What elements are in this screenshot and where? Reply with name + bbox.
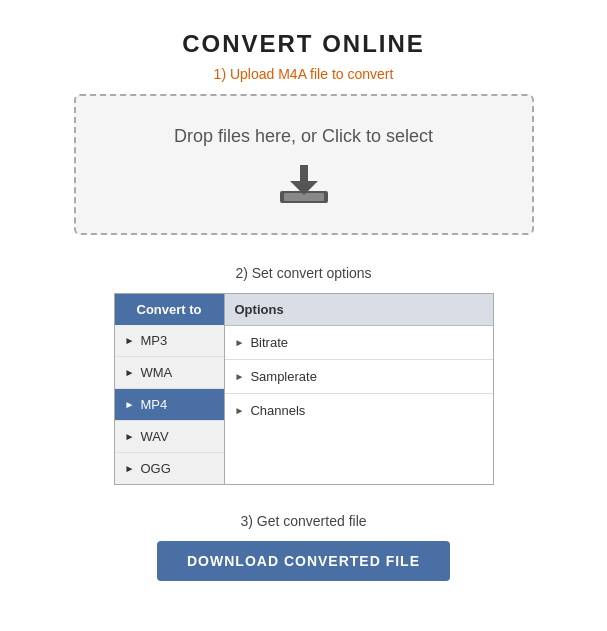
options-header: Options <box>225 294 493 326</box>
option-label-channels: Channels <box>250 403 305 418</box>
format-item-wav[interactable]: ► WAV <box>115 421 224 453</box>
arrow-icon: ► <box>125 431 135 442</box>
page-title: CONVERT ONLINE <box>182 30 425 58</box>
arrow-icon: ► <box>235 337 245 348</box>
download-button[interactable]: DOWNLOAD CONVERTED FILE <box>157 541 450 581</box>
format-label-wma: WMA <box>140 365 172 380</box>
arrow-icon: ► <box>235 371 245 382</box>
arrow-icon: ► <box>125 399 135 410</box>
format-item-mp3[interactable]: ► MP3 <box>115 325 224 357</box>
arrow-icon: ► <box>235 405 245 416</box>
format-panel: Convert to ► MP3 ► WMA ► MP4 ► WAV ► OGG <box>115 294 225 484</box>
format-item-wma[interactable]: ► WMA <box>115 357 224 389</box>
arrow-icon: ► <box>125 463 135 474</box>
file-dropzone[interactable]: Drop files here, or Click to select <box>74 94 534 235</box>
format-label-mp4: MP4 <box>140 397 167 412</box>
step3-label: 3) Get converted file <box>240 513 366 529</box>
arrow-icon: ► <box>125 367 135 378</box>
format-label-ogg: OGG <box>140 461 170 476</box>
format-label-mp3: MP3 <box>140 333 167 348</box>
arrow-icon: ► <box>125 335 135 346</box>
format-item-mp4[interactable]: ► MP4 <box>115 389 224 421</box>
format-label-wav: WAV <box>140 429 168 444</box>
option-label-samplerate: Samplerate <box>250 369 316 384</box>
option-channels[interactable]: ► Channels <box>225 394 493 427</box>
option-samplerate[interactable]: ► Samplerate <box>225 360 493 394</box>
dropzone-text: Drop files here, or Click to select <box>174 126 433 147</box>
upload-icon <box>280 163 328 203</box>
options-panel: Options ► Bitrate ► Samplerate ► Channel… <box>225 294 493 484</box>
convert-options-panel: Convert to ► MP3 ► WMA ► MP4 ► WAV ► OGG… <box>114 293 494 485</box>
step2-label: 2) Set convert options <box>235 265 371 281</box>
step1-label: 1) Upload M4A file to convert <box>214 66 394 82</box>
format-item-ogg[interactable]: ► OGG <box>115 453 224 484</box>
option-label-bitrate: Bitrate <box>250 335 288 350</box>
option-bitrate[interactable]: ► Bitrate <box>225 326 493 360</box>
convert-to-header: Convert to <box>115 294 224 325</box>
